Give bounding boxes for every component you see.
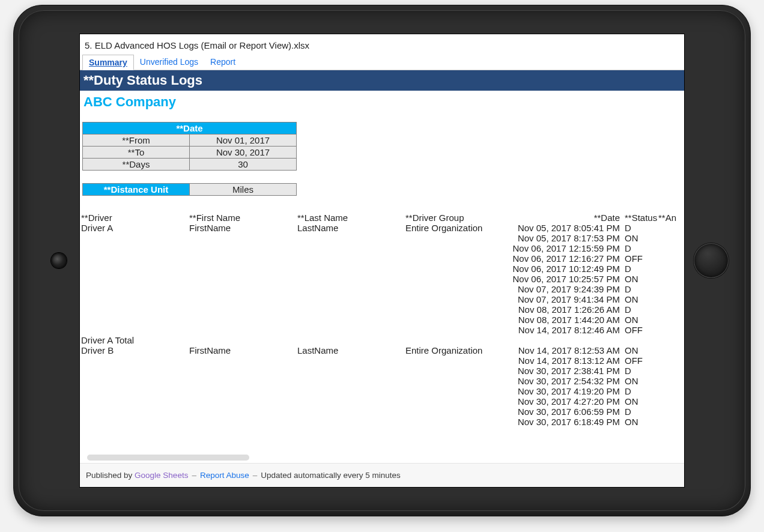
vertical-scrollbar[interactable] bbox=[677, 71, 683, 312]
log-annotation bbox=[658, 396, 684, 407]
empty-cell bbox=[405, 274, 511, 284]
empty-cell bbox=[189, 335, 297, 345]
empty-cell bbox=[189, 284, 297, 294]
log-status: ON bbox=[622, 376, 658, 386]
empty-cell bbox=[189, 315, 297, 325]
empty-cell bbox=[81, 304, 189, 315]
empty-cell bbox=[405, 386, 511, 396]
empty-cell bbox=[405, 243, 511, 253]
empty-cell bbox=[297, 274, 405, 284]
log-annotation bbox=[658, 345, 684, 355]
empty-cell bbox=[81, 417, 189, 427]
driver-group: Entire Organization bbox=[405, 223, 511, 233]
log-status: D bbox=[622, 386, 658, 396]
log-status: ON bbox=[622, 274, 658, 284]
distance-unit-label: **Distance Unit bbox=[83, 184, 190, 196]
log-status: ON bbox=[622, 315, 658, 325]
empty-cell bbox=[297, 284, 405, 294]
tablet-home-button[interactable] bbox=[694, 243, 729, 278]
empty-cell bbox=[405, 294, 511, 304]
empty-cell bbox=[658, 335, 684, 345]
log-annotation bbox=[658, 376, 684, 386]
driver-name: Driver B bbox=[81, 345, 189, 355]
empty-cell bbox=[297, 335, 405, 345]
log-status: D bbox=[622, 264, 658, 274]
log-date: Nov 30, 2017 4:27:20 PM bbox=[511, 396, 622, 407]
log-status: D bbox=[622, 304, 658, 315]
empty-cell bbox=[81, 274, 189, 284]
date-header-cell: **Date bbox=[83, 122, 297, 135]
log-status: ON bbox=[622, 233, 658, 243]
log-date: Nov 06, 2017 12:15:59 PM bbox=[511, 243, 622, 253]
empty-cell bbox=[81, 407, 189, 417]
footer-report-abuse-link[interactable]: Report Abuse bbox=[200, 471, 249, 480]
log-date: Nov 05, 2017 8:05:41 PM bbox=[511, 223, 622, 233]
empty-cell bbox=[81, 376, 189, 386]
empty-cell bbox=[189, 264, 297, 274]
empty-cell bbox=[81, 294, 189, 304]
page-title: **Duty Status Logs bbox=[80, 70, 684, 91]
driver-group: Entire Organization bbox=[405, 345, 511, 355]
log-status: OFF bbox=[622, 253, 658, 264]
log-status: ON bbox=[622, 294, 658, 304]
empty-cell bbox=[297, 407, 405, 417]
log-annotation bbox=[658, 315, 684, 325]
empty-cell bbox=[297, 294, 405, 304]
log-date: Nov 07, 2017 9:41:34 PM bbox=[511, 294, 622, 304]
empty-cell bbox=[405, 376, 511, 386]
log-date: Nov 07, 2017 9:24:39 PM bbox=[511, 284, 622, 294]
empty-cell bbox=[297, 417, 405, 427]
empty-cell bbox=[189, 243, 297, 253]
empty-cell bbox=[405, 253, 511, 264]
content-scroll[interactable]: **Duty Status Logs ABC Company **Date **… bbox=[80, 70, 684, 463]
log-status: ON bbox=[622, 396, 658, 407]
empty-cell bbox=[297, 304, 405, 315]
log-date: Nov 05, 2017 8:17:53 PM bbox=[511, 233, 622, 243]
log-date: Nov 06, 2017 10:25:57 PM bbox=[511, 274, 622, 284]
empty-cell bbox=[405, 233, 511, 243]
log-status: D bbox=[622, 407, 658, 417]
empty-cell bbox=[297, 253, 405, 264]
horizontal-scrollbar[interactable] bbox=[87, 455, 249, 461]
log-date: Nov 30, 2017 2:54:32 PM bbox=[511, 376, 622, 386]
log-status: ON bbox=[622, 345, 658, 355]
col-first-name: **First Name bbox=[189, 213, 297, 223]
empty-cell bbox=[405, 417, 511, 427]
empty-cell bbox=[297, 264, 405, 274]
tablet-camera bbox=[51, 253, 67, 268]
empty-cell bbox=[405, 284, 511, 294]
log-status: OFF bbox=[622, 355, 658, 366]
footer-google-sheets-link[interactable]: Google Sheets bbox=[135, 471, 188, 480]
empty-cell bbox=[622, 335, 658, 345]
log-annotation bbox=[658, 417, 684, 427]
empty-cell bbox=[81, 284, 189, 294]
driver-first-name: FirstName bbox=[189, 223, 297, 233]
empty-cell bbox=[189, 304, 297, 315]
empty-cell bbox=[189, 253, 297, 264]
empty-cell bbox=[405, 264, 511, 274]
duty-log-grid: **Driver**First Name**Last Name**Driver … bbox=[80, 213, 684, 427]
log-date: Nov 14, 2017 8:13:12 AM bbox=[511, 355, 622, 366]
footer: Published by Google Sheets – Report Abus… bbox=[80, 463, 684, 487]
empty-cell bbox=[405, 315, 511, 325]
empty-cell bbox=[297, 386, 405, 396]
empty-cell bbox=[405, 355, 511, 366]
empty-cell bbox=[297, 315, 405, 325]
col-status: **Status bbox=[622, 213, 658, 223]
empty-cell bbox=[297, 233, 405, 243]
col-driver-group: **Driver Group bbox=[405, 213, 511, 223]
date-params-table: **Date **From Nov 01, 2017 **To Nov 30, … bbox=[82, 122, 297, 196]
from-value: Nov 01, 2017 bbox=[190, 135, 297, 147]
empty-cell bbox=[405, 407, 511, 417]
empty-cell bbox=[189, 407, 297, 417]
log-date: Nov 30, 2017 6:06:59 PM bbox=[511, 407, 622, 417]
empty-cell bbox=[81, 243, 189, 253]
driver-last-name: LastName bbox=[297, 345, 405, 355]
log-annotation bbox=[658, 386, 684, 396]
tab-report[interactable]: Report bbox=[204, 55, 241, 69]
empty-cell bbox=[297, 325, 405, 335]
driver-total-label: Driver A Total bbox=[81, 335, 189, 345]
empty-cell bbox=[297, 366, 405, 376]
tab-summary[interactable]: Summary bbox=[82, 55, 134, 70]
tab-unverified-logs[interactable]: Unverified Logs bbox=[134, 55, 204, 69]
